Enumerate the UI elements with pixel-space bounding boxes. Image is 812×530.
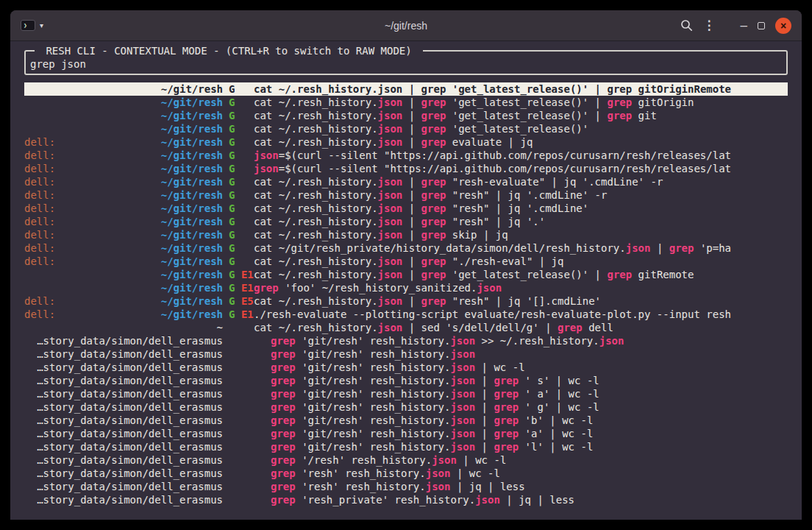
history-row[interactable]: dell:~/git/reshGcat ~/.resh_history.json… [24, 228, 788, 241]
row-host: dell: [24, 149, 55, 162]
row-command: cat ~/.resh_history.json | grep "resh-ev… [254, 175, 788, 188]
history-row[interactable]: …story_data/simon/dell_erasmusgrep 'git/… [24, 440, 788, 453]
match-highlight: json [599, 335, 624, 347]
history-row[interactable]: dell:~/git/reshGcat ~/.resh_history.json… [24, 188, 788, 202]
history-row[interactable]: dell:~/git/reshGcat ~/.resh_history.json… [24, 175, 788, 188]
close-button[interactable]: × [775, 18, 791, 34]
row-path: …story_data/simon/dell_erasmus [37, 400, 223, 414]
history-row[interactable]: …story_data/simon/dell_erasmusgrep '/res… [24, 453, 788, 467]
history-row[interactable]: ~/git/reshG E1grep 'foo' ~/resh_history_… [24, 281, 788, 294]
flag-badge: G [229, 282, 235, 294]
match-highlight: grep [607, 110, 632, 121]
history-row[interactable]: dell:~/git/reshG E5cat ~/.resh_history.j… [24, 294, 788, 308]
row-location: ~/git/resh [24, 96, 223, 109]
match-highlight: grep [421, 83, 446, 95]
row-path: ~/git/resh [161, 149, 223, 162]
match-highlight: grep [271, 494, 296, 506]
search-input[interactable]: grep json [30, 57, 782, 71]
row-host: dell: [24, 241, 55, 255]
row-host: dell: [24, 228, 55, 241]
history-row[interactable]: dell:~/git/reshGjson=$(curl --silent "ht… [24, 149, 788, 162]
history-row[interactable]: …story_data/simon/dell_erasmusgrep 'git/… [24, 347, 788, 361]
match-highlight: grep [421, 136, 446, 148]
match-highlight: grep [607, 269, 632, 280]
history-row[interactable]: ~cat ~/.resh_history.json | sed 's/dell/… [24, 321, 788, 334]
history-row[interactable]: dell:~/git/reshGcat ~/.resh_history.json… [24, 255, 788, 268]
match-highlight: grep [271, 401, 296, 413]
history-row[interactable]: …story_data/simon/dell_erasmusgrep 'git/… [24, 427, 788, 440]
row-command: grep 'resh_private' resh_history.json | … [254, 493, 788, 506]
history-row[interactable]: dell:~/git/reshGcat ~/.resh_history.json… [24, 135, 788, 149]
row-location: ~/git/resh [24, 82, 223, 96]
flag-badge: G [229, 216, 235, 227]
mode-title: RESH CLI - CONTEXTUAL MODE - (CTRL+R to … [35, 43, 423, 58]
row-location: dell:~/git/resh [24, 308, 223, 321]
match-highlight: grep [494, 414, 519, 426]
match-highlight: json [475, 494, 500, 506]
row-command: cat ~/git/resh_private/history_data/simo… [254, 241, 788, 255]
row-path: ~/git/resh [161, 175, 223, 188]
row-location: ~/git/resh [24, 268, 223, 281]
row-location: …story_data/simon/dell_erasmus [24, 361, 223, 374]
history-row[interactable]: …story_data/simon/dell_erasmusgrep 'git/… [24, 387, 788, 400]
row-path: ~/git/resh [161, 202, 223, 215]
flag-badge: G [229, 255, 235, 267]
history-list: ~/git/reshGcat ~/.resh_history.json | gr… [24, 82, 788, 506]
search-button[interactable] [680, 19, 693, 32]
row-flags [223, 440, 254, 453]
history-row[interactable]: …story_data/simon/dell_erasmusgrep 'resh… [24, 493, 788, 506]
match-highlight: grep [494, 375, 519, 386]
history-row[interactable]: ~/git/reshG E1cat ~/.resh_history.json |… [24, 268, 788, 281]
row-location: …story_data/simon/dell_erasmus [24, 427, 223, 440]
history-row[interactable]: dell:~/git/reshGjson=$(curl --silent "ht… [24, 162, 788, 175]
row-host: dell: [24, 308, 55, 321]
menu-button[interactable]: ⋮ [703, 18, 716, 33]
history-row[interactable]: …story_data/simon/dell_erasmusgrep 'git/… [24, 374, 788, 387]
history-row[interactable]: …story_data/simon/dell_erasmusgrep 'resh… [24, 480, 788, 493]
match-highlight: grep [607, 96, 632, 108]
row-command: grep 'resh' resh_history.json | jq | les… [254, 480, 788, 493]
history-row[interactable]: …story_data/simon/dell_erasmusgrep 'git/… [24, 414, 788, 427]
history-row[interactable]: …story_data/simon/dell_erasmusgrep 'git/… [24, 334, 788, 347]
row-command: grep 'git/resh' resh_history.json | grep… [254, 414, 788, 427]
history-row[interactable]: …story_data/simon/dell_erasmusgrep 'resh… [24, 467, 788, 480]
titlebar-left: ❯ ▾ [21, 20, 43, 31]
row-location: dell:~/git/resh [24, 188, 223, 202]
new-terminal-button[interactable]: ❯ ▾ [21, 20, 43, 31]
minimize-button[interactable]: – [741, 22, 747, 29]
history-row[interactable]: dell:~/git/reshGcat ~/.resh_history.json… [24, 202, 788, 215]
window-title: ~/git/resh [385, 20, 427, 32]
row-command: grep 'git/resh' resh_history.json | grep… [254, 427, 788, 440]
history-row[interactable]: ~/git/reshGcat ~/.resh_history.json | gr… [24, 122, 788, 135]
row-path: ~/git/resh [161, 162, 223, 175]
row-path: …story_data/simon/dell_erasmus [37, 453, 223, 467]
row-command: cat ~/.resh_history.json | grep "./resh-… [254, 255, 788, 268]
history-row[interactable]: dell:~/git/reshGcat ~/git/resh_private/h… [24, 241, 788, 255]
row-host: dell: [24, 255, 55, 268]
match-highlight: json [378, 216, 403, 227]
match-highlight: json [450, 375, 475, 386]
row-path: …story_data/simon/dell_erasmus [37, 414, 223, 427]
history-row[interactable]: …story_data/simon/dell_erasmusgrep 'git/… [24, 361, 788, 374]
history-row[interactable]: …story_data/simon/dell_erasmusgrep 'git/… [24, 400, 788, 414]
flag-badge: G [229, 202, 235, 214]
history-row[interactable]: ~/git/reshGcat ~/.resh_history.json | gr… [24, 109, 788, 122]
row-path: …story_data/simon/dell_erasmus [37, 347, 223, 361]
restore-button[interactable] [758, 22, 765, 29]
match-highlight: json [626, 242, 651, 254]
row-location: …story_data/simon/dell_erasmus [24, 400, 223, 414]
match-highlight: json [450, 348, 475, 360]
titlebar: ❯ ▾ ~/git/resh ⋮ – [10, 10, 802, 41]
history-row[interactable]: dell:~/git/reshG E1./resh-evaluate --plo… [24, 308, 788, 321]
row-location: dell:~/git/resh [24, 215, 223, 228]
kebab-icon: ⋮ [703, 18, 716, 33]
screen: ❯ ▾ ~/git/resh ⋮ – [0, 0, 812, 530]
flag-badge: G [229, 96, 235, 108]
row-path: ~/git/resh [161, 109, 223, 122]
history-row[interactable]: ~/git/reshGcat ~/.resh_history.json | gr… [24, 96, 788, 109]
history-row[interactable]: ~/git/reshGcat ~/.resh_history.json | gr… [24, 82, 788, 96]
history-row[interactable]: dell:~/git/reshGcat ~/.resh_history.json… [24, 215, 788, 228]
match-highlight: json [450, 428, 475, 439]
row-flags: G E5 [223, 294, 254, 308]
match-highlight: json [378, 110, 403, 121]
